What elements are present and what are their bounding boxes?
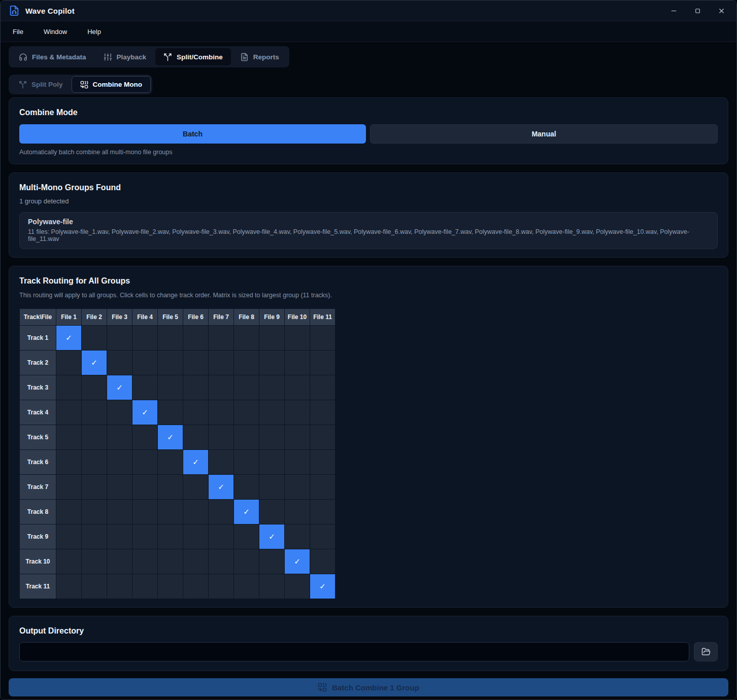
minimize-button[interactable] (662, 2, 686, 19)
matrix-cell-track10-file5[interactable] (158, 549, 183, 574)
matrix-cell-track11-file10[interactable] (285, 574, 310, 599)
matrix-cell-track9-file11[interactable] (310, 524, 335, 549)
matrix-cell-track8-file6[interactable] (183, 500, 208, 524)
matrix-cell-track11-file8[interactable] (234, 574, 259, 599)
matrix-cell-track10-file9[interactable] (259, 549, 284, 574)
matrix-cell-track8-file11[interactable] (310, 500, 335, 524)
matrix-cell-track1-file8[interactable] (234, 326, 259, 350)
matrix-cell-track3-file1[interactable] (56, 375, 81, 400)
tab-playback[interactable]: Playback (95, 48, 155, 65)
subtab-combine-mono[interactable]: Combine Mono (72, 76, 151, 93)
matrix-cell-track11-file1[interactable] (56, 574, 81, 599)
matrix-cell-track7-file3[interactable] (107, 475, 132, 499)
matrix-cell-track2-file4[interactable] (132, 351, 157, 375)
menu-file[interactable]: File (7, 25, 29, 39)
matrix-cell-track9-file1[interactable] (56, 524, 81, 549)
matrix-cell-track4-file9[interactable] (259, 400, 284, 425)
matrix-cell-track9-file7[interactable] (209, 524, 233, 549)
matrix-cell-track2-file2[interactable]: ✓ (82, 351, 107, 375)
matrix-cell-track9-file5[interactable] (158, 524, 183, 549)
matrix-cell-track10-file7[interactable] (209, 549, 233, 574)
matrix-cell-track9-file8[interactable] (234, 524, 259, 549)
matrix-cell-track4-file7[interactable] (209, 400, 233, 425)
matrix-cell-track10-file8[interactable] (234, 549, 259, 574)
matrix-cell-track8-file7[interactable] (209, 500, 233, 524)
matrix-cell-track5-file3[interactable] (107, 425, 132, 449)
matrix-cell-track7-file11[interactable] (310, 475, 335, 499)
matrix-cell-track5-file4[interactable] (132, 425, 157, 449)
matrix-cell-track10-file1[interactable] (56, 549, 81, 574)
matrix-cell-track9-file10[interactable] (285, 524, 310, 549)
matrix-cell-track4-file5[interactable] (158, 400, 183, 425)
matrix-cell-track6-file3[interactable] (107, 450, 132, 474)
matrix-cell-track1-file11[interactable] (310, 326, 335, 350)
matrix-cell-track4-file10[interactable] (285, 400, 310, 425)
matrix-cell-track11-file9[interactable] (259, 574, 284, 599)
matrix-cell-track6-file8[interactable] (234, 450, 259, 474)
matrix-cell-track8-file10[interactable] (285, 500, 310, 524)
matrix-cell-track10-file2[interactable] (82, 549, 107, 574)
matrix-cell-track6-file7[interactable] (209, 450, 233, 474)
matrix-cell-track5-file6[interactable] (183, 425, 208, 449)
matrix-cell-track9-file2[interactable] (82, 524, 107, 549)
matrix-cell-track8-file8[interactable]: ✓ (234, 500, 259, 524)
matrix-cell-track6-file2[interactable] (82, 450, 107, 474)
matrix-cell-track10-file3[interactable] (107, 549, 132, 574)
browse-button[interactable] (694, 642, 718, 661)
matrix-cell-track5-file8[interactable] (234, 425, 259, 449)
matrix-cell-track7-file6[interactable] (183, 475, 208, 499)
matrix-cell-track9-file6[interactable] (183, 524, 208, 549)
menu-help[interactable]: Help (81, 25, 107, 39)
matrix-cell-track8-file2[interactable] (82, 500, 107, 524)
matrix-cell-track7-file1[interactable] (56, 475, 81, 499)
matrix-cell-track4-file2[interactable] (82, 400, 107, 425)
matrix-cell-track7-file8[interactable] (234, 475, 259, 499)
matrix-cell-track8-file1[interactable] (56, 500, 81, 524)
matrix-cell-track11-file7[interactable] (209, 574, 233, 599)
matrix-cell-track1-file3[interactable] (107, 326, 132, 350)
batch-combine-button[interactable]: Batch Combine 1 Group (9, 678, 728, 696)
matrix-cell-track1-file2[interactable] (82, 326, 107, 350)
matrix-cell-track4-file3[interactable] (107, 400, 132, 425)
matrix-cell-track10-file10[interactable]: ✓ (285, 549, 310, 574)
matrix-cell-track11-file2[interactable] (82, 574, 107, 599)
matrix-cell-track2-file6[interactable] (183, 351, 208, 375)
matrix-cell-track2-file5[interactable] (158, 351, 183, 375)
matrix-cell-track2-file8[interactable] (234, 351, 259, 375)
matrix-cell-track7-file10[interactable] (285, 475, 310, 499)
matrix-cell-track7-file2[interactable] (82, 475, 107, 499)
matrix-cell-track8-file9[interactable] (259, 500, 284, 524)
subtab-split-poly[interactable]: Split Poly (10, 76, 72, 93)
matrix-cell-track5-file5[interactable]: ✓ (158, 425, 183, 449)
matrix-cell-track9-file9[interactable]: ✓ (259, 524, 284, 549)
matrix-cell-track11-file6[interactable] (183, 574, 208, 599)
matrix-cell-track3-file5[interactable] (158, 375, 183, 400)
matrix-cell-track2-file9[interactable] (259, 351, 284, 375)
matrix-cell-track5-file1[interactable] (56, 425, 81, 449)
matrix-cell-track6-file10[interactable] (285, 450, 310, 474)
matrix-cell-track1-file5[interactable] (158, 326, 183, 350)
matrix-cell-track1-file9[interactable] (259, 326, 284, 350)
matrix-cell-track2-file3[interactable] (107, 351, 132, 375)
matrix-cell-track1-file10[interactable] (285, 326, 310, 350)
tab-split-combine[interactable]: Split/Combine (155, 48, 231, 65)
matrix-cell-track8-file5[interactable] (158, 500, 183, 524)
manual-mode-button[interactable]: Manual (370, 124, 718, 144)
matrix-cell-track5-file9[interactable] (259, 425, 284, 449)
matrix-cell-track2-file11[interactable] (310, 351, 335, 375)
menu-window[interactable]: Window (38, 25, 73, 39)
output-directory-input[interactable] (19, 642, 689, 661)
matrix-cell-track11-file5[interactable] (158, 574, 183, 599)
matrix-cell-track6-file5[interactable] (158, 450, 183, 474)
matrix-cell-track1-file4[interactable] (132, 326, 157, 350)
matrix-cell-track8-file4[interactable] (132, 500, 157, 524)
matrix-cell-track11-file11[interactable]: ✓ (310, 574, 335, 599)
matrix-cell-track6-file11[interactable] (310, 450, 335, 474)
matrix-cell-track7-file5[interactable] (158, 475, 183, 499)
matrix-cell-track3-file4[interactable] (132, 375, 157, 400)
matrix-cell-track2-file10[interactable] (285, 351, 310, 375)
matrix-cell-track3-file9[interactable] (259, 375, 284, 400)
tab-files-metadata[interactable]: Files & Metadata (11, 48, 94, 65)
matrix-cell-track1-file6[interactable] (183, 326, 208, 350)
matrix-cell-track4-file1[interactable] (56, 400, 81, 425)
